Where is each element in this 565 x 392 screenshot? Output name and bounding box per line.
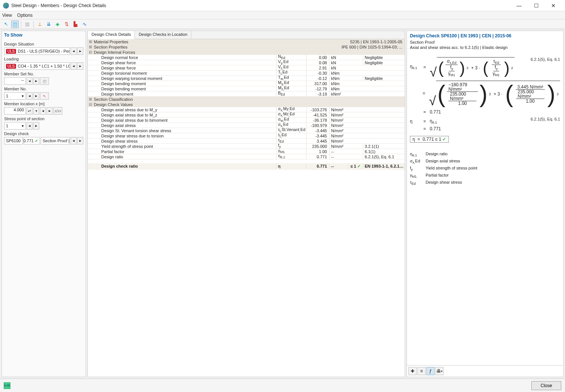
tool-curve-icon[interactable]: ∿ — [81, 21, 88, 28]
tool-select-icon[interactable]: ↖ — [2, 21, 10, 28]
final-leq: ≤ 1 — [351, 164, 356, 168]
member-loc-input[interactable]: 4.000 — [4, 107, 26, 115]
co-prev-button[interactable]: ◄ — [71, 62, 77, 70]
collapse-icon[interactable]: ⊟ — [88, 102, 93, 107]
close-window-button[interactable]: ✕ — [545, 0, 562, 11]
tool-page-icon[interactable]: ▥ — [24, 21, 31, 28]
ms-prev-button[interactable]: ◄ — [27, 77, 33, 85]
dc-desc: Section Proof | Ax... — [41, 137, 70, 144]
res1: 0.771 — [430, 109, 441, 115]
chevron-down-icon: ▾ — [22, 94, 24, 99]
row-unit: kNm — [329, 71, 348, 76]
row-name: Design shear stress — [93, 139, 276, 144]
ml-stepper[interactable]: ▴▾ — [27, 107, 33, 115]
row-unit: -- — [329, 154, 348, 159]
menubar: View Options — [0, 11, 565, 19]
mn-next-button[interactable]: ► — [33, 92, 39, 100]
row-unit: N/mm² — [329, 139, 348, 144]
ms-next-button[interactable]: ► — [33, 77, 39, 85]
ml-next-button[interactable]: ► — [47, 107, 53, 115]
row-name: Design axial stress due to M_y — [93, 107, 276, 112]
sym-desc: Design axial stress — [426, 159, 460, 164]
member-no-input[interactable]: 1 — [6, 94, 8, 98]
expand-icon[interactable]: ⊞ — [88, 39, 93, 44]
close-button[interactable]: Close — [531, 381, 561, 390]
ds-prev-button[interactable]: ◄ — [71, 47, 77, 55]
tab-details[interactable]: Design Check Details — [88, 31, 135, 39]
row-name: Design axial stress due to bimoment — [93, 118, 276, 123]
row-val: -3.445 — [306, 133, 329, 139]
ds-next-button[interactable]: ► — [77, 47, 83, 55]
menu-options[interactable]: Options — [17, 13, 33, 18]
rt-print-icon[interactable]: 🖶 ▾ — [435, 367, 444, 375]
tab-location[interactable]: Design Checks in Location — [135, 31, 191, 39]
row-sym: η6.1 — [276, 153, 306, 160]
row-val: 0.00 — [306, 55, 329, 60]
sym-code: σx,Ed — [410, 159, 421, 164]
uls-badge: ULS — [6, 49, 16, 54]
row-val: -36.178 — [306, 118, 329, 123]
ml-prev-button[interactable]: ◄ — [40, 107, 46, 115]
section-header: Section Properties — [93, 44, 342, 50]
ms-pick-button[interactable]: ◰ — [40, 77, 49, 85]
sp-prev-button[interactable]: ◄ — [27, 122, 33, 130]
design-situation-label: Design Situation — [4, 42, 83, 46]
member-set-input[interactable]: -- — [4, 77, 26, 85]
dc-prev-button[interactable]: ◄ — [71, 137, 77, 144]
design-situation-combo[interactable]: ULS DS1 - ULS (STR/GEO) - Permane... — [4, 47, 70, 55]
menu-view[interactable]: View — [2, 13, 12, 18]
row-name: Design axial stress due to M_z — [93, 112, 276, 118]
rt-format-icon[interactable]: ƒ — [426, 367, 435, 375]
expand-icon[interactable]: ⊞ — [88, 97, 93, 102]
tool-beam-icon[interactable]: ⊥ — [36, 21, 43, 28]
loading-combo[interactable]: ULS CO4 - 1.35 * LC1 + 1.50 * LC2 ▾ — [4, 62, 70, 70]
sigma-num: −180.979 N/mm² — [447, 83, 478, 92]
sp-next-button[interactable]: ► — [33, 122, 39, 130]
row-unit: kN — [329, 65, 348, 71]
row-unit: N/mm² — [329, 112, 348, 118]
expand-icon[interactable]: ⊞ — [88, 44, 93, 50]
mn-pick-button[interactable]: ↖ — [40, 92, 49, 100]
footer: 0.00 Close — [0, 379, 565, 392]
row-val: -103.276 — [306, 107, 329, 112]
mn-prev-button[interactable]: ◄ — [27, 92, 33, 100]
co-next-button[interactable]: ► — [77, 62, 83, 70]
classification-header: Section Classification — [93, 97, 405, 102]
row-name: Design normal force — [93, 55, 276, 60]
final-name: Design check ratio — [93, 164, 276, 169]
row-val: -12.79 — [306, 86, 329, 91]
ml-dropdown[interactable]: ▾ — [33, 107, 39, 115]
rt-list-icon[interactable]: ≡ — [417, 367, 426, 375]
row-name: Design axial stress — [93, 123, 276, 128]
tool-load1-icon[interactable]: ⇊ — [45, 21, 52, 28]
leq: ≤ 1 — [435, 137, 441, 142]
forces-header: Design Internal Forces — [93, 50, 405, 55]
dc-val: 0.771 — [23, 139, 34, 143]
row-unit: N/mm² — [329, 118, 348, 123]
row-unit: kNm — [329, 86, 348, 91]
row-unit: N/mm² — [329, 144, 348, 149]
row-ext2: 6.1(1) — [363, 149, 405, 154]
dc-next-button[interactable]: ► — [77, 137, 83, 144]
minimize-button[interactable]: — — [510, 0, 528, 11]
final-val: 0.771 — [306, 164, 329, 169]
collapse-icon[interactable]: ⊟ — [88, 50, 93, 55]
center-panel: Design Check Details Design Checks in Lo… — [87, 31, 405, 377]
ref2: 6.2.1(5), Eq. 6.1 — [531, 117, 560, 121]
tool-graph-icon[interactable]: ▙ — [72, 21, 79, 28]
tool-load2-icon[interactable]: ◈ — [54, 21, 61, 28]
chevron-down-icon: ▾ — [22, 124, 24, 128]
row-val: -0.12 — [306, 76, 329, 81]
final-unit: -- — [329, 164, 348, 169]
row-name: Design bending moment — [93, 86, 276, 91]
rt-add-icon[interactable]: ✚ — [408, 367, 417, 375]
tool-moment-icon[interactable]: ⇅ — [63, 21, 70, 28]
eta-final: 0.771 — [423, 137, 434, 142]
row-unit: kNm — [329, 76, 348, 81]
right-panel: Design Check SP6100 | EN 1993 | CEN | 20… — [407, 31, 564, 377]
ml-x-xs-button[interactable]: x/xs — [53, 107, 62, 115]
stress-point-input[interactable]: 1 — [6, 124, 8, 128]
tool-detail-icon[interactable]: ◫ — [11, 21, 19, 28]
maximize-button[interactable]: ☐ — [528, 0, 545, 11]
tree[interactable]: ⊞Material PropertiesS235 | EN 1993-1-1:2… — [88, 39, 405, 377]
